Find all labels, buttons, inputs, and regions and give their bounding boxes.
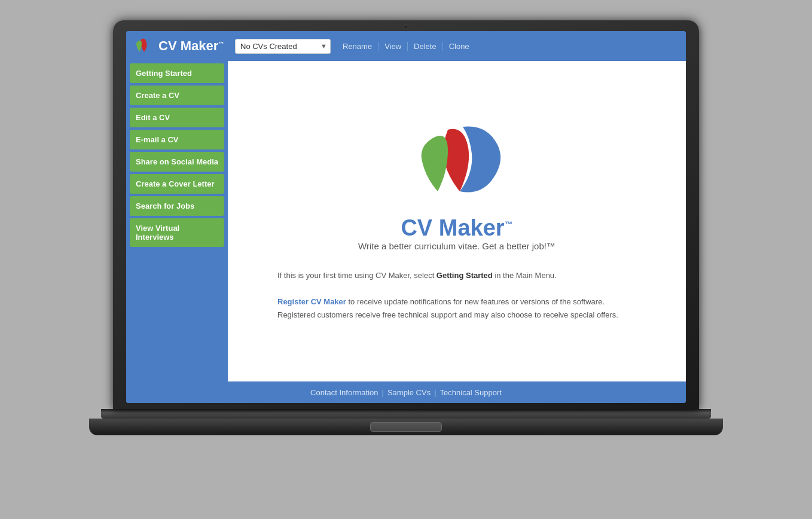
sidebar-item-cover-letter[interactable]: Create a Cover Letter xyxy=(130,174,224,194)
footer-sep-1: | xyxy=(382,388,384,397)
cv-select[interactable]: No CVs Created xyxy=(235,39,331,54)
top-bar: CV Maker™ No CVs Created ▼ Rename View D… xyxy=(126,31,686,61)
footer-link-contact[interactable]: Contact Information xyxy=(310,388,378,397)
laptop-screen: CV Maker™ No CVs Created ▼ Rename View D… xyxy=(126,31,686,403)
content-info-first-time: If this is your first time using CV Make… xyxy=(277,269,636,322)
laptop-trackpad[interactable] xyxy=(370,422,442,432)
content-tagline: Write a better curriculum vitae. Get a b… xyxy=(358,241,555,251)
delete-action[interactable]: Delete xyxy=(408,42,443,51)
sidebar: Getting Started Create a CV Edit a CV E-… xyxy=(126,61,228,381)
camera-dot xyxy=(404,25,408,29)
sidebar-item-search-jobs[interactable]: Search for Jobs xyxy=(130,196,224,216)
laptop-hinge xyxy=(101,409,711,419)
clone-action[interactable]: Clone xyxy=(443,42,475,51)
footer-link-technical-support[interactable]: Technical Support xyxy=(440,388,502,397)
register-link[interactable]: Register CV Maker xyxy=(277,297,346,306)
top-bar-actions: Rename View Delete Clone xyxy=(337,42,475,51)
view-action[interactable]: View xyxy=(378,42,408,51)
app-footer: Contact Information | Sample CVs | Techn… xyxy=(126,381,686,403)
sidebar-item-virtual-interviews[interactable]: View Virtual Interviews xyxy=(130,218,224,247)
app-title: CV Maker™ xyxy=(158,38,224,54)
footer-link-sample-cvs[interactable]: Sample CVs xyxy=(387,388,431,397)
laptop-shell: CV Maker™ No CVs Created ▼ Rename View D… xyxy=(77,20,735,499)
content-logo xyxy=(409,121,505,207)
screen-bezel: CV Maker™ No CVs Created ▼ Rename View D… xyxy=(113,20,699,409)
rename-action[interactable]: Rename xyxy=(337,42,378,51)
cv-selector-wrapper[interactable]: No CVs Created ▼ xyxy=(235,39,331,54)
logo-icon xyxy=(133,36,155,56)
footer-sep-2: | xyxy=(434,388,436,397)
main-layout: Getting Started Create a CV Edit a CV E-… xyxy=(126,61,686,381)
logo-area: CV Maker™ xyxy=(133,36,229,56)
laptop-base xyxy=(89,419,723,435)
sidebar-item-getting-started[interactable]: Getting Started xyxy=(130,63,224,83)
content-app-title: CV Maker™ xyxy=(401,215,512,241)
sidebar-item-edit-cv[interactable]: Edit a CV xyxy=(130,108,224,127)
sidebar-item-create-cv[interactable]: Create a CV xyxy=(130,86,224,105)
sidebar-item-share-social[interactable]: Share on Social Media xyxy=(130,152,224,172)
welcome-content: CV Maker™ Write a better curriculum vita… xyxy=(228,61,686,381)
content-area: CV Maker™ Write a better curriculum vita… xyxy=(228,61,686,381)
sidebar-item-email-cv[interactable]: E-mail a CV xyxy=(130,130,224,149)
app-container: CV Maker™ No CVs Created ▼ Rename View D… xyxy=(126,31,686,403)
